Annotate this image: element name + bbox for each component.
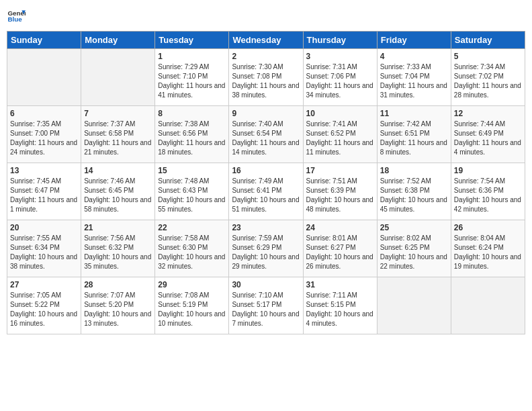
day-number: 24 <box>306 223 374 232</box>
calendar-header-row: SundayMondayTuesdayWednesdayThursdayFrid… <box>7 32 525 49</box>
calendar-cell <box>7 49 81 106</box>
day-info: Sunrise: 8:02 AM Sunset: 6:25 PM Dayligh… <box>380 234 448 271</box>
day-info: Sunrise: 7:34 AM Sunset: 7:02 PM Dayligh… <box>454 62 522 100</box>
calendar-cell: 5Sunrise: 7:34 AM Sunset: 7:02 PM Daylig… <box>451 49 525 106</box>
day-number: 15 <box>158 166 226 175</box>
day-info: Sunrise: 7:07 AM Sunset: 5:20 PM Dayligh… <box>84 291 152 328</box>
day-number: 29 <box>158 280 226 289</box>
day-number: 18 <box>380 166 448 175</box>
day-info: Sunrise: 7:37 AM Sunset: 6:58 PM Dayligh… <box>84 120 152 157</box>
weekday-header: Tuesday <box>155 32 229 49</box>
day-info: Sunrise: 7:08 AM Sunset: 5:19 PM Dayligh… <box>158 291 226 328</box>
day-number: 28 <box>84 280 152 289</box>
weekday-header: Saturday <box>451 32 525 49</box>
day-number: 10 <box>306 109 374 118</box>
day-number: 7 <box>84 109 152 118</box>
calendar-week-row: 6Sunrise: 7:35 AM Sunset: 7:00 PM Daylig… <box>7 106 525 163</box>
day-info: Sunrise: 7:10 AM Sunset: 5:17 PM Dayligh… <box>232 291 300 328</box>
day-info: Sunrise: 7:29 AM Sunset: 7:10 PM Dayligh… <box>158 62 226 100</box>
calendar-cell: 14Sunrise: 7:46 AM Sunset: 6:45 PM Dayli… <box>81 163 155 220</box>
calendar-cell: 1Sunrise: 7:29 AM Sunset: 7:10 PM Daylig… <box>155 49 229 106</box>
calendar-cell: 28Sunrise: 7:07 AM Sunset: 5:20 PM Dayli… <box>81 277 155 334</box>
day-info: Sunrise: 7:11 AM Sunset: 5:15 PM Dayligh… <box>306 291 374 328</box>
day-info: Sunrise: 7:52 AM Sunset: 6:38 PM Dayligh… <box>380 177 448 214</box>
page-header: General Blue <box>7 7 525 26</box>
day-info: Sunrise: 7:54 AM Sunset: 6:36 PM Dayligh… <box>454 177 522 214</box>
calendar-cell: 24Sunrise: 8:01 AM Sunset: 6:27 PM Dayli… <box>303 220 377 277</box>
day-number: 17 <box>306 166 374 175</box>
day-number: 9 <box>232 109 300 118</box>
day-info: Sunrise: 7:31 AM Sunset: 7:06 PM Dayligh… <box>306 62 374 100</box>
calendar-cell: 15Sunrise: 7:48 AM Sunset: 6:43 PM Dayli… <box>155 163 229 220</box>
day-number: 30 <box>232 280 300 289</box>
logo-icon: General Blue <box>7 7 26 26</box>
day-info: Sunrise: 7:58 AM Sunset: 6:30 PM Dayligh… <box>158 234 226 271</box>
day-info: Sunrise: 7:48 AM Sunset: 6:43 PM Dayligh… <box>158 177 226 214</box>
calendar-cell: 2Sunrise: 7:30 AM Sunset: 7:08 PM Daylig… <box>229 49 303 106</box>
calendar-body: 1Sunrise: 7:29 AM Sunset: 7:10 PM Daylig… <box>7 49 525 334</box>
day-info: Sunrise: 7:55 AM Sunset: 6:34 PM Dayligh… <box>10 234 78 271</box>
day-info: Sunrise: 7:40 AM Sunset: 6:54 PM Dayligh… <box>232 120 300 157</box>
day-info: Sunrise: 7:42 AM Sunset: 6:51 PM Dayligh… <box>380 120 448 157</box>
day-info: Sunrise: 7:44 AM Sunset: 6:49 PM Dayligh… <box>454 120 522 157</box>
calendar-cell: 20Sunrise: 7:55 AM Sunset: 6:34 PM Dayli… <box>7 220 81 277</box>
calendar-week-row: 20Sunrise: 7:55 AM Sunset: 6:34 PM Dayli… <box>7 220 525 277</box>
day-number: 5 <box>454 52 522 61</box>
calendar-cell: 11Sunrise: 7:42 AM Sunset: 6:51 PM Dayli… <box>377 106 451 163</box>
weekday-header: Wednesday <box>229 32 303 49</box>
day-number: 16 <box>232 166 300 175</box>
weekday-header: Sunday <box>7 32 81 49</box>
calendar-week-row: 1Sunrise: 7:29 AM Sunset: 7:10 PM Daylig… <box>7 49 525 106</box>
day-number: 4 <box>380 52 448 61</box>
calendar-cell: 21Sunrise: 7:56 AM Sunset: 6:32 PM Dayli… <box>81 220 155 277</box>
day-number: 8 <box>158 109 226 118</box>
day-info: Sunrise: 7:35 AM Sunset: 7:00 PM Dayligh… <box>10 120 78 157</box>
day-number: 20 <box>10 223 78 232</box>
day-number: 13 <box>10 166 78 175</box>
day-number: 26 <box>454 223 522 232</box>
day-number: 31 <box>306 280 374 289</box>
day-number: 12 <box>454 109 522 118</box>
calendar-cell <box>377 277 451 334</box>
weekday-header: Thursday <box>303 32 377 49</box>
day-number: 6 <box>10 109 78 118</box>
calendar-cell: 25Sunrise: 8:02 AM Sunset: 6:25 PM Dayli… <box>377 220 451 277</box>
day-info: Sunrise: 7:45 AM Sunset: 6:47 PM Dayligh… <box>10 177 78 214</box>
weekday-header: Friday <box>377 32 451 49</box>
calendar-cell: 17Sunrise: 7:51 AM Sunset: 6:39 PM Dayli… <box>303 163 377 220</box>
weekday-header: Monday <box>81 32 155 49</box>
day-info: Sunrise: 7:49 AM Sunset: 6:41 PM Dayligh… <box>232 177 300 214</box>
calendar-cell: 29Sunrise: 7:08 AM Sunset: 5:19 PM Dayli… <box>155 277 229 334</box>
calendar-cell: 26Sunrise: 8:04 AM Sunset: 6:24 PM Dayli… <box>451 220 525 277</box>
day-info: Sunrise: 7:59 AM Sunset: 6:29 PM Dayligh… <box>232 234 300 271</box>
calendar-cell: 8Sunrise: 7:38 AM Sunset: 6:56 PM Daylig… <box>155 106 229 163</box>
day-number: 23 <box>232 223 300 232</box>
day-info: Sunrise: 7:41 AM Sunset: 6:52 PM Dayligh… <box>306 120 374 157</box>
day-number: 27 <box>10 280 78 289</box>
day-info: Sunrise: 8:01 AM Sunset: 6:27 PM Dayligh… <box>306 234 374 271</box>
logo: General Blue <box>7 7 26 26</box>
calendar-week-row: 13Sunrise: 7:45 AM Sunset: 6:47 PM Dayli… <box>7 163 525 220</box>
calendar-week-row: 27Sunrise: 7:05 AM Sunset: 5:22 PM Dayli… <box>7 277 525 334</box>
calendar-cell <box>451 277 525 334</box>
calendar-cell: 31Sunrise: 7:11 AM Sunset: 5:15 PM Dayli… <box>303 277 377 334</box>
calendar-cell: 10Sunrise: 7:41 AM Sunset: 6:52 PM Dayli… <box>303 106 377 163</box>
calendar-cell: 18Sunrise: 7:52 AM Sunset: 6:38 PM Dayli… <box>377 163 451 220</box>
day-info: Sunrise: 7:46 AM Sunset: 6:45 PM Dayligh… <box>84 177 152 214</box>
day-info: Sunrise: 7:38 AM Sunset: 6:56 PM Dayligh… <box>158 120 226 157</box>
calendar-cell: 22Sunrise: 7:58 AM Sunset: 6:30 PM Dayli… <box>155 220 229 277</box>
calendar-table: SundayMondayTuesdayWednesdayThursdayFrid… <box>7 31 525 334</box>
calendar-cell: 27Sunrise: 7:05 AM Sunset: 5:22 PM Dayli… <box>7 277 81 334</box>
svg-text:Blue: Blue <box>7 15 22 23</box>
day-info: Sunrise: 8:04 AM Sunset: 6:24 PM Dayligh… <box>454 234 522 271</box>
calendar-cell: 16Sunrise: 7:49 AM Sunset: 6:41 PM Dayli… <box>229 163 303 220</box>
calendar-cell: 12Sunrise: 7:44 AM Sunset: 6:49 PM Dayli… <box>451 106 525 163</box>
calendar-cell: 23Sunrise: 7:59 AM Sunset: 6:29 PM Dayli… <box>229 220 303 277</box>
calendar-cell: 3Sunrise: 7:31 AM Sunset: 7:06 PM Daylig… <box>303 49 377 106</box>
calendar-cell <box>81 49 155 106</box>
day-number: 25 <box>380 223 448 232</box>
calendar-cell: 4Sunrise: 7:33 AM Sunset: 7:04 PM Daylig… <box>377 49 451 106</box>
calendar-cell: 7Sunrise: 7:37 AM Sunset: 6:58 PM Daylig… <box>81 106 155 163</box>
day-info: Sunrise: 7:30 AM Sunset: 7:08 PM Dayligh… <box>232 62 300 100</box>
day-info: Sunrise: 7:51 AM Sunset: 6:39 PM Dayligh… <box>306 177 374 214</box>
